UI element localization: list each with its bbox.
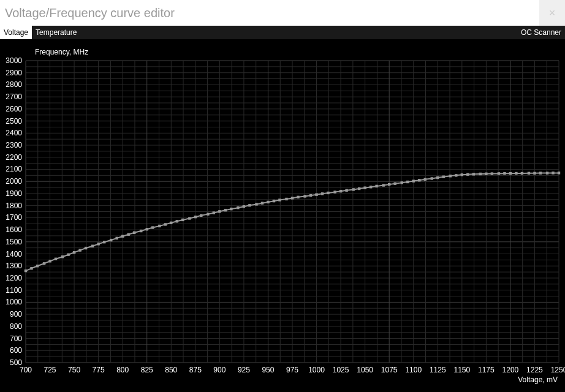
- vf-curve-point[interactable]: [528, 172, 530, 175]
- vf-curve-point[interactable]: [303, 195, 306, 197]
- vf-curve-point[interactable]: [466, 173, 469, 176]
- vf-curve-point[interactable]: [539, 172, 542, 174]
- vf-curve-point[interactable]: [213, 211, 215, 214]
- vf-curve-point[interactable]: [170, 222, 172, 224]
- vf-curve-point[interactable]: [345, 189, 347, 192]
- vf-curve-point[interactable]: [267, 201, 269, 203]
- vf-curve-point[interactable]: [498, 172, 500, 175]
- vf-curve-point[interactable]: [43, 262, 45, 265]
- vf-curve-point[interactable]: [115, 237, 118, 239]
- vf-curve-point[interactable]: [237, 206, 239, 209]
- vf-curve-point[interactable]: [455, 174, 457, 176]
- vf-curve-point[interactable]: [73, 251, 75, 254]
- vf-curve-point[interactable]: [127, 233, 129, 236]
- vf-curve-point[interactable]: [375, 185, 377, 187]
- vf-curve-point[interactable]: [278, 198, 281, 201]
- vf-curve-point[interactable]: [479, 173, 482, 175]
- vf-curve-point[interactable]: [248, 204, 251, 206]
- vf-curve-point[interactable]: [401, 181, 403, 184]
- vf-curve-point[interactable]: [491, 172, 493, 175]
- vf-curve-point[interactable]: [261, 202, 264, 204]
- vf-curve-point[interactable]: [85, 247, 87, 249]
- vf-curve-point[interactable]: [103, 241, 105, 243]
- vf-curve-point[interactable]: [91, 245, 94, 247]
- svg-text:1075: 1075: [381, 366, 398, 374]
- vf-curve-point[interactable]: [406, 181, 409, 183]
- vf-curve-point[interactable]: [285, 198, 287, 200]
- tab-temperature[interactable]: Temperature: [32, 26, 80, 39]
- vf-curve-point[interactable]: [321, 192, 324, 195]
- vf-curve-point[interactable]: [207, 213, 209, 215]
- vf-curve-point[interactable]: [472, 173, 475, 175]
- vf-curve-point[interactable]: [48, 260, 51, 262]
- vf-curve-point[interactable]: [552, 172, 554, 174]
- vf-curve-point[interactable]: [382, 184, 384, 186]
- vf-curve-point[interactable]: [515, 172, 517, 175]
- vf-curve-point[interactable]: [133, 232, 135, 234]
- vf-curve-point[interactable]: [558, 172, 560, 174]
- vf-curve-point[interactable]: [188, 217, 191, 219]
- vf-curve-point[interactable]: [442, 176, 445, 178]
- vf-curve-point[interactable]: [503, 172, 506, 175]
- vf-curve-point[interactable]: [509, 172, 512, 175]
- vf-curve-point[interactable]: [151, 226, 154, 228]
- vf-curve-point[interactable]: [243, 205, 245, 208]
- vf-curve-point[interactable]: [393, 183, 396, 185]
- svg-text:1000: 1000: [308, 366, 325, 374]
- tab-voltage[interactable]: Voltage: [0, 26, 32, 39]
- svg-text:1500: 1500: [6, 238, 22, 246]
- vf-curve-point[interactable]: [97, 243, 99, 245]
- vf-curve-point[interactable]: [521, 172, 523, 175]
- vf-curve-point[interactable]: [333, 190, 336, 193]
- svg-text:1050: 1050: [357, 366, 373, 374]
- vf-curve-point[interactable]: [146, 228, 148, 230]
- vf-curve-point[interactable]: [224, 209, 227, 211]
- oc-scanner-button[interactable]: OC Scanner: [517, 26, 565, 39]
- vf-curve-point[interactable]: [67, 254, 69, 256]
- vf-curve-point[interactable]: [140, 230, 142, 232]
- vf-curve-point[interactable]: [55, 258, 57, 260]
- vf-curve-point[interactable]: [297, 196, 299, 198]
- vf-curve-point[interactable]: [61, 255, 64, 258]
- vf-curve-point[interactable]: [218, 210, 221, 213]
- vf-curve-point[interactable]: [25, 270, 27, 272]
- vf-curve-point[interactable]: [546, 172, 548, 174]
- vf-curve-point[interactable]: [431, 177, 433, 179]
- vf-curve-point[interactable]: [436, 176, 439, 179]
- vf-curve-point[interactable]: [176, 220, 178, 222]
- svg-text:1400: 1400: [6, 250, 22, 258]
- vf-curve-point[interactable]: [352, 188, 354, 190]
- vf-curve-point[interactable]: [121, 235, 124, 238]
- vf-curve-point[interactable]: [255, 203, 257, 205]
- vf-curve-point[interactable]: [363, 186, 366, 189]
- vf-curve-point[interactable]: [388, 183, 390, 186]
- vf-curve-point[interactable]: [164, 223, 167, 225]
- vf-curve-point[interactable]: [291, 197, 294, 199]
- vf-curve-point[interactable]: [36, 265, 39, 267]
- vf-curve-point[interactable]: [358, 187, 360, 190]
- vf-curve-point[interactable]: [230, 208, 232, 210]
- vf-curve-point[interactable]: [158, 225, 161, 227]
- vf-curve-point[interactable]: [30, 267, 32, 270]
- vf-chart[interactable]: 5006007008009001000110012001300140015001…: [0, 39, 565, 392]
- vf-curve-point[interactable]: [449, 175, 452, 177]
- vf-curve-point[interactable]: [110, 239, 112, 241]
- vf-curve-point[interactable]: [181, 219, 184, 221]
- vf-curve-point[interactable]: [412, 179, 415, 182]
- vf-curve-point[interactable]: [194, 216, 197, 218]
- vf-curve-point[interactable]: [309, 194, 312, 197]
- vf-curve-point[interactable]: [315, 193, 317, 195]
- vf-curve-point[interactable]: [485, 173, 487, 175]
- vf-curve-point[interactable]: [533, 172, 536, 175]
- vf-curve-point[interactable]: [327, 192, 329, 194]
- vf-curve-point[interactable]: [418, 179, 420, 181]
- vf-curve-point[interactable]: [339, 190, 342, 192]
- vf-curve-point[interactable]: [370, 186, 372, 188]
- vf-curve-point[interactable]: [200, 214, 202, 217]
- vf-curve-point[interactable]: [461, 173, 463, 176]
- vf-curve-point[interactable]: [78, 249, 81, 251]
- vf-curve-point[interactable]: [273, 200, 275, 202]
- vf-curve-point[interactable]: [424, 178, 427, 181]
- svg-text:900: 900: [213, 366, 226, 374]
- close-button[interactable]: ×: [539, 0, 565, 26]
